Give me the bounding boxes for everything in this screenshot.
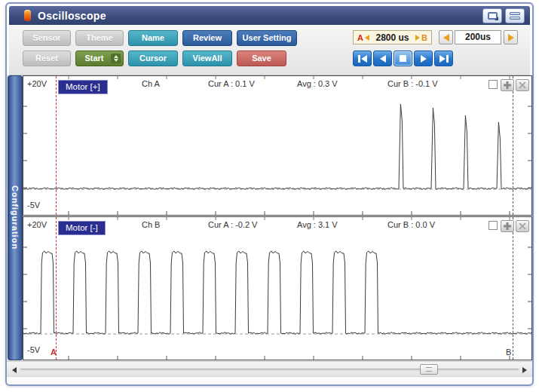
cursor-a-readout: Cur A : -0.2 V xyxy=(208,220,257,229)
reset-button[interactable]: Reset xyxy=(23,51,71,66)
skip-to-start-button[interactable] xyxy=(353,51,372,66)
y-max-label: +20V xyxy=(27,220,47,229)
timebase-increase-button[interactable] xyxy=(504,30,518,44)
cursor-a-line[interactable] xyxy=(56,76,57,215)
channel-label: Ch B xyxy=(142,220,160,229)
right-arrow-icon xyxy=(508,34,514,41)
cursor-a-tag: A xyxy=(357,33,363,42)
scroll-right-arrow-icon[interactable] xyxy=(522,367,527,373)
scope-panel-ch-b: +20V Motor [-] Ch B Cur A : -0.2 V Avg :… xyxy=(23,216,532,360)
waveform-ch-a xyxy=(23,76,531,215)
timebase-decrease-button[interactable] xyxy=(439,30,453,44)
cursor-b-marker-label: B xyxy=(506,348,511,357)
review-button[interactable]: Review xyxy=(182,30,232,46)
scrollbar-thumb[interactable] xyxy=(420,364,438,375)
oscilloscope-window: Oscilloscope Sensor Theme Name Review Us… xyxy=(5,2,534,386)
close-panel-button[interactable] xyxy=(516,220,529,232)
triangle-right-icon xyxy=(421,55,427,63)
window-title: Oscilloscope xyxy=(38,10,106,22)
cursor-b-arrow-icon[interactable] xyxy=(415,35,420,41)
stop-square-icon xyxy=(400,55,406,62)
close-panel-button[interactable] xyxy=(516,79,529,91)
monitor-export-icon xyxy=(488,12,498,20)
chart-area: Configuration +20V Motor [+] Ch A Cur A … xyxy=(7,75,532,361)
scrollbar-track[interactable] xyxy=(20,369,519,371)
cursor-delta-value: 2800 us xyxy=(369,32,415,43)
titlebar: Oscilloscope xyxy=(9,6,530,25)
playback-controls xyxy=(353,51,453,66)
configuration-label: Configuration xyxy=(11,185,20,250)
triangle-left-icon xyxy=(380,55,386,63)
zoom-plus-button[interactable] xyxy=(501,220,514,232)
triangle-left-icon xyxy=(361,55,367,63)
theme-button[interactable]: Theme xyxy=(75,30,124,46)
y-max-label: +20V xyxy=(27,79,47,88)
export-screen-button[interactable] xyxy=(482,8,502,23)
waveform-ch-b xyxy=(23,217,531,360)
horizontal-scrollbar xyxy=(7,361,532,377)
spinner-up-icon xyxy=(114,55,118,58)
app-icon xyxy=(24,10,31,21)
cursor-a-readout: Cur A : 0.1 V xyxy=(208,79,255,88)
cursor-a-marker-label: A xyxy=(51,348,57,357)
layout-split-button[interactable] xyxy=(505,8,525,23)
cursor-b-line[interactable] xyxy=(513,76,513,215)
start-button[interactable]: Start xyxy=(75,51,124,66)
channel-badge-motor-minus[interactable]: Motor [-] xyxy=(58,221,106,235)
spinner-down-icon xyxy=(114,59,118,62)
start-label: Start xyxy=(84,54,103,63)
scroll-left-arrow-icon[interactable] xyxy=(12,367,17,373)
titlebar-buttons xyxy=(482,8,525,23)
channel-checkbox[interactable] xyxy=(488,80,498,89)
zoom-plus-button[interactable] xyxy=(501,79,514,91)
skip-to-end-button[interactable] xyxy=(434,51,453,66)
average-readout: Avg : 3.1 V xyxy=(297,220,338,229)
stop-button[interactable] xyxy=(394,51,412,66)
bar-icon xyxy=(446,55,449,63)
save-button[interactable]: Save xyxy=(237,51,286,66)
user-setting-button[interactable]: User Setting xyxy=(237,30,297,46)
average-readout: Avg : 0.3 V xyxy=(297,79,338,88)
viewall-button[interactable]: ViewAll xyxy=(182,51,232,66)
start-spinner[interactable] xyxy=(111,54,121,63)
channel-checkbox[interactable] xyxy=(488,221,498,230)
y-min-label: -5V xyxy=(27,201,40,210)
split-layout-icon xyxy=(510,12,520,20)
cursor-delta-readout: A 2800 us B xyxy=(353,30,432,44)
y-min-label: -5V xyxy=(27,345,40,354)
left-arrow-icon xyxy=(443,34,449,41)
bar-icon xyxy=(358,55,360,63)
configuration-tab[interactable]: Configuration xyxy=(8,75,23,360)
cursor-button[interactable]: Cursor xyxy=(128,51,178,66)
step-forward-button[interactable] xyxy=(414,51,433,66)
sensor-button[interactable]: Sensor xyxy=(23,30,71,46)
timebase-value: 200us xyxy=(455,30,501,44)
toolbar: Sensor Theme Name Review User Setting Re… xyxy=(9,25,530,75)
cursor-b-readout: Cur B : -0.1 V xyxy=(387,79,438,88)
scope-panel-ch-a: +20V Motor [+] Ch A Cur A : 0.1 V Avg : … xyxy=(23,75,532,216)
cursor-a-line[interactable] xyxy=(56,217,57,360)
triangle-right-icon xyxy=(439,55,446,63)
step-back-button[interactable] xyxy=(373,51,392,66)
cursor-b-tag: B xyxy=(421,33,427,42)
channel-badge-motor-plus[interactable]: Motor [+] xyxy=(58,80,108,94)
channel-label: Ch A xyxy=(142,79,160,88)
name-button[interactable]: Name xyxy=(128,30,178,46)
cursor-b-readout: Cur B : 0.0 V xyxy=(387,220,435,229)
cursor-b-line[interactable] xyxy=(513,217,513,360)
